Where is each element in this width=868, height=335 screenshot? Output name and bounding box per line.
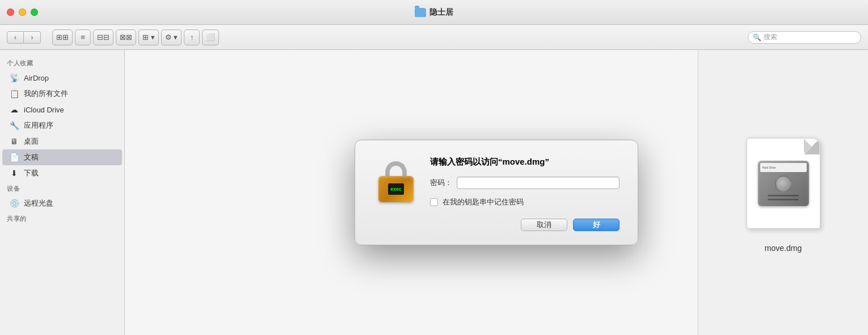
- dialog-title: 请输入密码以访问“move.dmg”: [430, 156, 620, 168]
- dialog-content: exec 请输入密码以访问“move.dmg” 密码：: [373, 156, 620, 231]
- lock-base: exec: [378, 176, 414, 202]
- sidebar-item-applications[interactable]: 🔧 应用程序: [2, 118, 122, 133]
- lock-exec-label: exec: [388, 183, 404, 195]
- sidebar-item-airdrop[interactable]: 📡 AirDrop: [2, 70, 122, 86]
- titlebar: 隐士居: [0, 0, 868, 25]
- sidebar-section-devices: 设备: [0, 181, 124, 195]
- lock-icon: exec: [378, 161, 414, 202]
- icloud-icon: ☁: [9, 104, 19, 115]
- dialog-buttons: 取消 好: [430, 219, 620, 231]
- forward-button[interactable]: ›: [24, 31, 41, 44]
- view-grid-button[interactable]: ⊞⊞: [52, 30, 73, 45]
- view-list-button[interactable]: ≡: [75, 30, 91, 45]
- minimize-button[interactable]: [19, 9, 26, 16]
- downloads-icon: ⬇: [9, 168, 19, 178]
- sidebar-item-label-allfiles: 我的所有文件: [24, 89, 68, 99]
- close-button[interactable]: [7, 9, 14, 16]
- keychain-row: 在我的钥匙串中记住密码: [430, 197, 620, 207]
- window-title: 隐士居: [415, 7, 453, 18]
- sidebar-item-label-apps: 应用程序: [24, 120, 53, 131]
- main-layout: 个人收藏 📡 AirDrop 📋 我的所有文件 ☁ iCloud Drive 🔧…: [0, 50, 868, 335]
- toolbar: ‹ › ⊞⊞ ≡ ⊟⊟ ⊠⊠ ⊞ ▾ ⚙ ▾ ↑ ⬜ 🔍 搜索: [0, 25, 868, 50]
- airdrop-icon: 📡: [9, 73, 19, 83]
- dialog-icon: exec: [373, 156, 419, 207]
- share-button[interactable]: ↑: [184, 30, 200, 45]
- window-title-text: 隐士居: [429, 7, 453, 18]
- action-button[interactable]: ⚙ ▾: [161, 30, 182, 45]
- password-dialog: exec 请输入密码以访问“move.dmg” 密码：: [355, 140, 638, 245]
- back-button[interactable]: ‹: [7, 31, 24, 44]
- sidebar-item-label-downloads: 下载: [24, 168, 39, 178]
- view-column-button[interactable]: ⊟⊟: [93, 30, 113, 45]
- search-placeholder: 搜索: [764, 32, 777, 42]
- dialog-main: 请输入密码以访问“move.dmg” 密码： 在我的钥匙串中记住密码 取消 好: [430, 156, 620, 231]
- view-gallery-button[interactable]: ⊠⊠: [116, 30, 136, 45]
- sidebar-item-all-files[interactable]: 📋 我的所有文件: [2, 86, 122, 102]
- nav-buttons: ‹ ›: [7, 31, 41, 44]
- sidebar-item-label-airdrop: AirDrop: [24, 74, 49, 82]
- all-files-icon: 📋: [9, 89, 19, 99]
- window-controls: [7, 9, 38, 16]
- sidebar-item-downloads[interactable]: ⬇ 下载: [2, 165, 122, 181]
- sidebar-item-label-icloud: iCloud Drive: [24, 106, 64, 114]
- sidebar-item-remote-disc[interactable]: 💿 远程光盘: [2, 195, 122, 211]
- search-icon: 🔍: [753, 34, 761, 41]
- group-button[interactable]: ⊞ ▾: [138, 30, 159, 45]
- view-buttons: ⊞⊞ ≡ ⊟⊟ ⊠⊠ ⊞ ▾ ⚙ ▾ ↑ ⬜: [52, 30, 219, 45]
- modal-overlay: exec 请输入密码以访问“move.dmg” 密码：: [125, 50, 868, 335]
- sidebar-item-label-docs: 文稿: [24, 152, 39, 162]
- sidebar-section-shared: 共享的: [0, 211, 124, 225]
- sidebar-section-favorites: 个人收藏: [0, 56, 124, 70]
- applications-icon: 🔧: [9, 120, 19, 131]
- folder-icon: [415, 8, 426, 17]
- password-row: 密码：: [430, 177, 620, 189]
- disc-icon: 💿: [9, 198, 19, 208]
- sidebar-item-desktop[interactable]: 🖥 桌面: [2, 133, 122, 149]
- cancel-button[interactable]: 取消: [521, 219, 567, 231]
- content-area: Hard Drive move.dmg: [125, 50, 868, 335]
- documents-icon: 📄: [9, 152, 19, 162]
- sidebar-item-label-disc: 远程光盘: [24, 198, 53, 208]
- desktop-icon: 🖥: [9, 136, 19, 146]
- search-box[interactable]: 🔍 搜索: [748, 31, 861, 44]
- keychain-label: 在我的钥匙串中记住密码: [443, 197, 524, 207]
- sidebar-item-icloud[interactable]: ☁ iCloud Drive: [2, 102, 122, 118]
- keychain-checkbox[interactable]: [430, 198, 438, 206]
- sidebar-item-documents[interactable]: 📄 文稿: [2, 149, 122, 165]
- sidebar: 个人收藏 📡 AirDrop 📋 我的所有文件 ☁ iCloud Drive 🔧…: [0, 50, 125, 335]
- maximize-button[interactable]: [31, 9, 38, 16]
- password-label: 密码：: [430, 178, 452, 188]
- password-input[interactable]: [457, 177, 620, 189]
- sidebar-item-label-desktop: 桌面: [24, 136, 39, 146]
- ok-button[interactable]: 好: [573, 219, 620, 231]
- tag-button[interactable]: ⬜: [202, 30, 219, 45]
